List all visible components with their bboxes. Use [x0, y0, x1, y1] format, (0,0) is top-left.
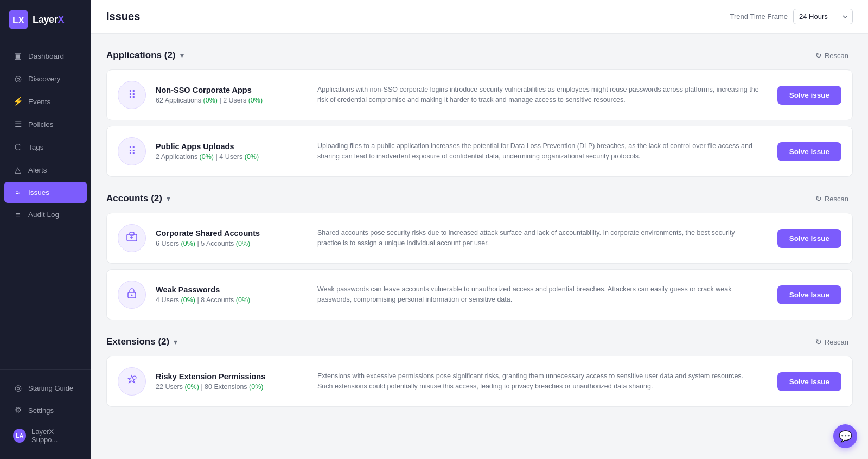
page-title: Issues: [106, 10, 140, 23]
sidebar-item-label: Issues: [28, 188, 49, 196]
non-sso-meta-users-pct: (0%): [248, 97, 263, 104]
risky-extensions-issue-card: Risky Extension Permissions 22 Users (0%…: [106, 356, 853, 407]
sidebar-item-audit-log[interactable]: ≡ Audit Log: [4, 204, 87, 225]
content-area: Applications (2) ▾ ↻ Rescan ⠿ Non-SSO Co…: [91, 34, 868, 459]
logo-icon: LX: [9, 10, 28, 29]
weak-passwords-info: Weak Passwords 4 Users (0%) | 8 Accounts…: [156, 285, 308, 304]
extensions-section: Extensions (2) ▾ ↻ Rescan: [106, 335, 853, 407]
sidebar-item-settings[interactable]: ⚙ Settings: [4, 399, 87, 421]
sidebar-item-events[interactable]: ⚡ Events: [4, 91, 87, 112]
applications-rescan-button[interactable]: ↻ Rescan: [811, 49, 853, 62]
non-sso-info: Non-SSO Corporate Apps 62 Applications (…: [156, 86, 308, 104]
weak-passwords-description: Weak passwords can leave accounts vulner…: [317, 284, 759, 305]
sidebar-item-label: Alerts: [28, 166, 47, 174]
applications-section-title: Applications (2): [106, 50, 176, 61]
risky-ext-users-pct: (0%): [185, 383, 199, 391]
sidebar-item-starting-guide[interactable]: ◎ Starting Guide: [4, 377, 87, 399]
non-sso-icon: ⠿: [128, 88, 136, 101]
weak-passwords-issue-card: Weak Passwords 4 Users (0%) | 8 Accounts…: [106, 269, 853, 320]
sidebar-item-policies[interactable]: ☰ Policies: [4, 113, 87, 135]
svg-rect-3: [130, 232, 134, 235]
weak-passwords-icon: [126, 288, 138, 302]
sidebar-item-support[interactable]: LA LayerX Suppo...: [4, 422, 87, 450]
applications-title-group: Applications (2) ▾: [106, 50, 184, 61]
main-area: Issues Trend Time Frame 24 Hours 7 Days …: [91, 0, 868, 459]
trend-label: Trend Time Frame: [730, 12, 788, 21]
risky-ext-ext-pct: (0%): [249, 383, 263, 391]
trend-timeframe-group: Trend Time Frame 24 Hours 7 Days 30 Days: [730, 9, 853, 24]
sidebar-item-label: Events: [28, 98, 50, 106]
non-sso-meta-apps-pct: (0%): [203, 97, 218, 104]
public-apps-solve-button[interactable]: Solve issue: [777, 142, 841, 161]
accounts-chevron-icon[interactable]: ▾: [167, 194, 170, 203]
sidebar-item-label: Discovery: [28, 75, 60, 83]
public-apps-description: Uploading files to a public application …: [317, 141, 759, 162]
public-apps-meta: 2 Applications (0%) | 4 Users (0%): [156, 153, 308, 161]
non-sso-icon-wrap: ⠿: [118, 81, 146, 109]
svg-point-8: [133, 376, 136, 379]
sidebar-item-label: Settings: [28, 406, 54, 415]
extensions-section-header: Extensions (2) ▾ ↻ Rescan: [106, 335, 853, 348]
risky-extensions-info: Risky Extension Permissions 22 Users (0%…: [156, 372, 308, 391]
extensions-section-title: Extensions (2): [106, 336, 169, 347]
weak-passwords-solve-button[interactable]: Solve Issue: [777, 285, 841, 304]
sidebar-item-tags[interactable]: ⬡ Tags: [4, 136, 87, 158]
weak-passwords-users-pct: (0%): [181, 296, 195, 304]
non-sso-description: Applications with non-SSO corporate logi…: [317, 85, 759, 106]
chat-support-bubble[interactable]: 💬: [833, 424, 857, 448]
sidebar-item-dashboard[interactable]: ▣ Dashboard: [4, 45, 87, 67]
settings-icon: ⚙: [13, 405, 23, 415]
non-sso-issue-card: ⠿ Non-SSO Corporate Apps 62 Applications…: [106, 69, 853, 120]
svg-text:LX: LX: [12, 15, 24, 25]
shared-accounts-name: Corporate Shared Accounts: [156, 229, 308, 238]
sidebar-item-discovery[interactable]: ◎ Discovery: [4, 68, 87, 90]
accounts-title-group: Accounts (2) ▾: [106, 193, 170, 204]
sidebar-item-issues[interactable]: ≈ Issues: [4, 182, 87, 203]
extensions-rescan-button[interactable]: ↻ Rescan: [811, 335, 853, 348]
public-apps-name: Public Apps Uploads: [156, 142, 308, 151]
policies-icon: ☰: [13, 119, 23, 129]
rescan-icon: ↻: [815, 51, 822, 60]
non-sso-name: Non-SSO Corporate Apps: [156, 86, 308, 94]
sidebar-item-alerts[interactable]: △ Alerts: [4, 159, 87, 181]
logo-area: LX LayerX: [0, 0, 91, 40]
public-apps-issue-card: ⠿ Public Apps Uploads 2 Applications (0%…: [106, 126, 853, 177]
starting-guide-icon: ◎: [13, 383, 23, 393]
public-apps-meta-users-pct: (0%): [245, 153, 259, 161]
shared-accounts-accounts-pct: (0%): [236, 240, 250, 247]
non-sso-solve-button[interactable]: Solve issue: [777, 86, 841, 105]
trend-select[interactable]: 24 Hours 7 Days 30 Days: [793, 9, 853, 24]
events-icon: ⚡: [13, 97, 23, 106]
weak-passwords-meta: 4 Users (0%) | 8 Accounts (0%): [156, 296, 308, 304]
sidebar-item-label: Dashboard: [28, 52, 64, 60]
risky-extensions-description: Extensions with excessive permissions po…: [317, 371, 759, 392]
alerts-icon: △: [13, 165, 23, 175]
rescan-icon: ↻: [815, 337, 822, 346]
svg-point-7: [131, 294, 133, 296]
risky-extensions-icon-wrap: [118, 367, 146, 396]
risky-extensions-meta: 22 Users (0%) | 80 Extensions (0%): [156, 383, 308, 391]
applications-section: Applications (2) ▾ ↻ Rescan ⠿ Non-SSO Co…: [106, 49, 853, 177]
risky-extensions-solve-button[interactable]: Solve Issue: [777, 372, 841, 391]
shared-accounts-icon: [126, 231, 138, 246]
accounts-rescan-button[interactable]: ↻ Rescan: [811, 192, 853, 205]
weak-passwords-icon-wrap: [118, 280, 146, 309]
applications-chevron-icon[interactable]: ▾: [180, 51, 184, 60]
public-apps-icon: ⠿: [128, 145, 136, 158]
extensions-chevron-icon[interactable]: ▾: [174, 337, 177, 346]
shared-accounts-users-pct: (0%): [181, 240, 195, 247]
shared-accounts-info: Corporate Shared Accounts 6 Users (0%) |…: [156, 229, 308, 247]
accounts-section: Accounts (2) ▾ ↻ Rescan: [106, 192, 853, 320]
discovery-icon: ◎: [13, 74, 23, 84]
issues-icon: ≈: [13, 188, 23, 197]
risky-extensions-icon: [126, 374, 138, 389]
sidebar-item-label: Audit Log: [28, 211, 59, 219]
audit-log-icon: ≡: [13, 210, 23, 219]
applications-section-header: Applications (2) ▾ ↻ Rescan: [106, 49, 853, 62]
shared-accounts-solve-button[interactable]: Solve issue: [777, 229, 841, 248]
shared-accounts-meta: 6 Users (0%) | 5 Accounts (0%): [156, 240, 308, 247]
risky-extensions-name: Risky Extension Permissions: [156, 372, 308, 381]
rescan-icon: ↻: [815, 194, 822, 203]
shared-accounts-icon-wrap: [118, 224, 146, 252]
weak-passwords-name: Weak Passwords: [156, 285, 308, 294]
